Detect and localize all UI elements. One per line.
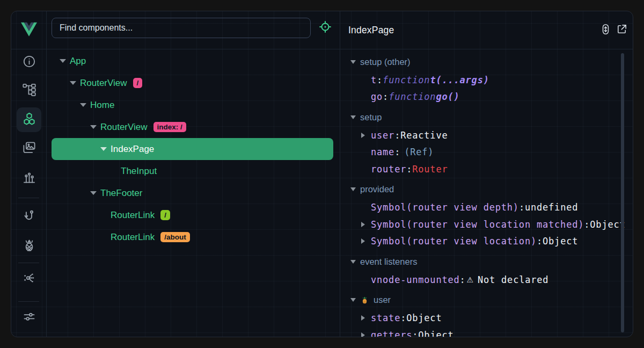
expander-down-icon[interactable] [350, 298, 356, 302]
expander-down-icon[interactable] [90, 125, 97, 129]
sidebar-divider [18, 263, 39, 263]
mouse-scroll-icon [599, 23, 612, 38]
section-header[interactable]: setup [340, 107, 633, 127]
function-signature: go() [436, 91, 459, 102]
property-value: Router [412, 164, 448, 175]
function-keyword: function [383, 75, 430, 85]
sidebar-item-info[interactable] [17, 50, 41, 75]
search-input[interactable] [52, 18, 311, 38]
sidebar-item-router[interactable] [17, 204, 41, 229]
expander-right-icon[interactable] [361, 222, 365, 227]
property-row[interactable]: getters : Object [340, 327, 633, 337]
route-badge: /about [160, 232, 190, 242]
tree-row[interactable]: RouterLink/about [52, 226, 333, 248]
rail-divider [46, 11, 47, 337]
tree-row[interactable]: RouterLink/ [52, 204, 333, 226]
section-header[interactable]: user [340, 291, 633, 310]
sidebar [11, 11, 46, 337]
property-key: router [371, 164, 406, 175]
open-in-editor-button[interactable] [615, 24, 628, 37]
property-value: Object [543, 236, 578, 247]
section-label: user [374, 295, 391, 305]
key-value-separator: : [394, 147, 400, 157]
expander-right-icon[interactable] [361, 332, 365, 337]
property-row[interactable]: Symbol(router view location) : Object [340, 233, 633, 250]
tree-row[interactable]: Home [52, 94, 333, 116]
property-row[interactable]: state : Object [340, 310, 633, 327]
sidebar-item-component-tree[interactable] [17, 78, 41, 103]
inspector-title: IndexPage [348, 11, 394, 49]
component-tree-icon [22, 83, 36, 99]
assets-image-icon [22, 141, 36, 157]
key-value-separator: : [377, 75, 383, 85]
section-label: setup (other) [360, 57, 411, 67]
search-bar [46, 11, 340, 49]
section-header[interactable]: event listeners [340, 252, 633, 271]
expander-down-icon[interactable] [90, 191, 97, 195]
sidebar-item-pinia[interactable] [17, 234, 41, 258]
tree-row[interactable]: RouterView/ [52, 72, 333, 94]
tree-row[interactable]: App [52, 50, 333, 72]
expander-down-icon[interactable] [350, 187, 356, 191]
function-signature: t(...args) [430, 75, 489, 85]
property-key: Symbol(router view depth) [371, 202, 519, 213]
tree-row[interactable]: TheInput [52, 160, 333, 182]
function-keyword: function [389, 91, 436, 102]
scrollbar-thumb[interactable] [621, 53, 624, 332]
inspect-component-button[interactable] [317, 20, 333, 36]
expander-down-icon[interactable] [70, 81, 76, 85]
panel-split-divider [340, 11, 340, 337]
expander-down-icon[interactable] [350, 115, 356, 119]
topbar-divider [11, 49, 633, 49]
tree-row[interactable]: TheFooter [52, 182, 333, 204]
property-row: go : function go() [340, 89, 633, 106]
property-row[interactable]: Symbol(router view location matched) : O… [340, 216, 633, 233]
property-key: go [371, 91, 383, 102]
target-crosshair-icon [318, 20, 332, 36]
property-row: Symbol(router view depth) : undefined [340, 199, 633, 216]
sidebar-item-timeline[interactable] [17, 165, 41, 190]
router-hook-icon [22, 208, 36, 225]
key-value-separator: : [383, 91, 389, 102]
section-label: provided [360, 184, 394, 194]
tree-row[interactable]: IndexPage [52, 138, 333, 160]
section-header[interactable]: provided [340, 180, 633, 199]
pinia-pineapple-icon [22, 238, 36, 255]
tree-label: RouterLink [111, 232, 155, 243]
expander-down-icon[interactable] [350, 260, 356, 264]
scroll-to-component-button[interactable] [599, 24, 612, 37]
devtools-panel: IndexPage AppRouterView/HomeRouterViewin… [11, 11, 633, 337]
section-header[interactable]: setup (other) [340, 52, 633, 71]
tree-label: App [70, 56, 86, 67]
sidebar-divider [18, 301, 39, 302]
tree-label: IndexPage [111, 144, 154, 155]
section-label: setup [360, 112, 382, 122]
info-icon [22, 54, 36, 71]
sidebar-item-graph[interactable] [17, 266, 41, 291]
tree-label: Home [90, 100, 114, 111]
property-value: Object [590, 219, 625, 230]
timeline-bars-icon [22, 170, 36, 186]
property-value: (Ref) [404, 147, 434, 157]
property-row: name : (Ref) [340, 144, 633, 161]
expander-right-icon[interactable] [361, 238, 365, 244]
state-inspector: setup (other)t : function t(...args)go :… [340, 49, 633, 337]
property-key: Symbol(router view location) [371, 236, 537, 247]
key-value-separator: : [412, 330, 418, 337]
tree-row[interactable]: RouterViewindex: / [52, 116, 333, 138]
key-value-separator: : [394, 130, 400, 141]
sidebar-item-settings[interactable] [17, 305, 41, 330]
sidebar-item-assets[interactable] [17, 136, 41, 161]
expander-down-icon[interactable] [350, 60, 356, 64]
route-badge: / [160, 210, 170, 220]
expander-down-icon[interactable] [80, 103, 86, 107]
property-row[interactable]: user : Reactive [340, 127, 633, 144]
property-value: Object [418, 330, 453, 337]
expander-down-icon[interactable] [60, 59, 66, 63]
expander-right-icon[interactable] [361, 133, 365, 138]
sidebar-item-components[interactable] [17, 107, 41, 132]
property-value: undefined [525, 202, 578, 213]
expander-down-icon[interactable] [100, 147, 107, 151]
tree-label: TheInput [121, 166, 157, 177]
expander-right-icon[interactable] [361, 315, 365, 321]
